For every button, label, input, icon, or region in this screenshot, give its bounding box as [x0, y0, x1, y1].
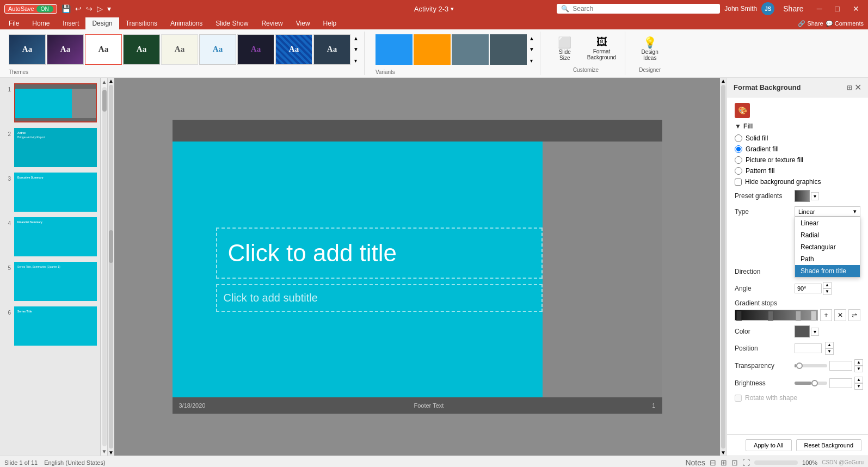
slide-img-3[interactable]: Executive Summary [14, 173, 97, 212]
angle-down-btn[interactable]: ▼ [823, 288, 832, 295]
tab-insert[interactable]: Insert [56, 17, 85, 29]
slide-size-button[interactable]: ⬜ SlideSize [551, 34, 578, 63]
share-ribbon-button[interactable]: 🔗 Share [798, 20, 823, 27]
minimize-button[interactable]: ─ [812, 3, 827, 14]
zoom-slider[interactable] [754, 460, 798, 465]
tab-animations[interactable]: Animations [164, 17, 209, 29]
slide-subtitle-box[interactable]: Click to add subtitle [216, 284, 543, 312]
tab-help[interactable]: Help [317, 17, 343, 29]
tab-view[interactable]: View [290, 17, 317, 29]
search-bar[interactable]: 🔍 [557, 4, 720, 14]
file-name[interactable]: Activity 2-3 [414, 5, 449, 13]
slide-panel-scroll-up[interactable]: ▲ [101, 78, 108, 86]
picture-fill-option[interactable]: Picture or texture fill [735, 156, 860, 164]
preset-gradient-swatch[interactable] [795, 190, 810, 202]
preset-gradient-dropdown-btn[interactable]: ▾ [811, 192, 819, 200]
color-dropdown-btn[interactable]: ▾ [811, 328, 819, 336]
tab-review[interactable]: Review [255, 17, 289, 29]
slide-thumb-4[interactable]: 4 Financial Summary [2, 216, 98, 257]
rotate-with-shape-checkbox[interactable] [735, 395, 742, 402]
remove-gradient-stop-btn[interactable]: ✕ [834, 309, 846, 321]
gradient-fill-option[interactable]: Gradient fill [735, 145, 860, 153]
solid-fill-option[interactable]: Solid fill [735, 134, 860, 142]
slide-title-box[interactable]: Click to add title [216, 228, 543, 279]
theme-9[interactable]: Aa [313, 34, 350, 65]
slide-panel-scroll-down[interactable]: ▼ [101, 447, 108, 456]
type-option-radial[interactable]: Radial [795, 229, 860, 241]
picture-fill-radio[interactable] [735, 156, 742, 164]
type-option-rectangular[interactable]: Rectangular [795, 241, 860, 253]
add-gradient-stop-btn[interactable]: + [820, 309, 832, 321]
gradient-stop-1[interactable] [736, 311, 742, 321]
slide-thumb-3[interactable]: 3 Executive Summary [2, 171, 98, 213]
gradient-fill-radio[interactable] [735, 145, 742, 153]
theme-5[interactable]: Aa [161, 34, 198, 65]
gradient-stop-2[interactable] [768, 311, 773, 321]
tab-slideshow[interactable]: Slide Show [209, 17, 255, 29]
gradient-stop-3[interactable] [796, 311, 801, 321]
panel-close-button[interactable]: ✕ [854, 82, 861, 93]
share-button[interactable]: Share [779, 3, 808, 14]
theme-3[interactable]: Aa [85, 34, 122, 65]
fullscreen-button[interactable]: ⛶ [742, 458, 750, 467]
canvas-scroll-right-down[interactable]: ▼ [721, 450, 726, 456]
format-bg-button[interactable]: 🖼 FormatBackground [583, 34, 620, 63]
slide-panel-scrollbar[interactable]: ▲ ▼ [101, 78, 107, 456]
position-down-btn[interactable]: ▼ [825, 348, 834, 355]
variant-4[interactable] [490, 34, 527, 65]
hide-bg-checkbox[interactable] [735, 179, 742, 186]
canvas-scroll-up[interactable]: ▲ [108, 78, 114, 84]
theme-7[interactable]: Aa [237, 34, 274, 65]
type-option-shade-from-title[interactable]: Shade from title [795, 265, 860, 277]
present-icon[interactable]: ▷ [97, 4, 103, 13]
canvas-right-scrollbar[interactable]: ▲ ▼ [720, 78, 727, 456]
position-up-btn[interactable]: ▲ [825, 342, 834, 348]
pattern-fill-radio[interactable] [735, 167, 742, 175]
solid-fill-radio[interactable] [735, 134, 742, 142]
type-option-path[interactable]: Path [795, 253, 860, 265]
canvas-scroll-right-up[interactable]: ▲ [721, 78, 726, 84]
user-name[interactable]: John Smith [724, 5, 757, 13]
customize-icon[interactable]: ▾ [107, 4, 111, 13]
angle-input[interactable] [795, 284, 822, 293]
variant-2[interactable] [414, 34, 451, 65]
autosave-toggle[interactable]: ON [36, 5, 53, 13]
slide-img-2[interactable]: Active Bridges Activity Report [14, 128, 97, 167]
themes-scroll-down[interactable]: ▼ [352, 45, 360, 53]
slide-thumb-1[interactable]: 1 [2, 82, 98, 124]
transparency-slider[interactable] [795, 364, 827, 367]
avatar[interactable]: JS [761, 2, 774, 15]
color-swatch[interactable] [795, 325, 810, 337]
brightness-input[interactable]: 2% [829, 378, 852, 388]
slide-thumb-2[interactable]: 2 Active Bridges Activity Report [2, 127, 98, 168]
type-dropdown-button[interactable]: Linear ▾ [795, 206, 860, 217]
tab-transitions[interactable]: Transitions [119, 17, 164, 29]
apply-to-all-button[interactable]: Apply to All [746, 439, 791, 451]
theme-4[interactable]: Aa [123, 34, 160, 65]
brightness-down-btn[interactable]: ▼ [854, 383, 863, 390]
slide-img-1[interactable] [14, 83, 97, 122]
variants-expand[interactable]: ▾ [528, 57, 535, 65]
theme-6[interactable]: Aa [199, 34, 236, 65]
transparency-up-btn[interactable]: ▲ [854, 359, 863, 366]
brightness-slider[interactable] [795, 382, 827, 385]
theme-1[interactable]: Aa [9, 34, 46, 65]
restore-button[interactable]: □ [831, 3, 844, 14]
variant-3[interactable] [452, 34, 489, 65]
variants-scroll-down[interactable]: ▼ [528, 45, 535, 53]
brightness-up-btn[interactable]: ▲ [854, 377, 863, 383]
slide-thumb-6[interactable]: 6 Series Title [2, 305, 98, 347]
notes-button[interactable]: Notes [685, 458, 705, 467]
reading-view-button[interactable]: ⊡ [731, 458, 738, 467]
gradient-stop-4[interactable] [811, 311, 816, 321]
theme-8[interactable]: Aa [275, 34, 312, 65]
themes-scroll-up[interactable]: ▲ [352, 34, 360, 42]
themes-expand[interactable]: ▾ [352, 57, 360, 65]
slide-img-6[interactable]: Series Title [14, 306, 97, 346]
comments-button[interactable]: 💬 Comments [826, 20, 864, 27]
canvas-scroll-down[interactable]: ▼ [108, 450, 114, 456]
slide-img-5[interactable]: Series Title, Summaries (Quarter 1) [14, 262, 97, 301]
angle-up-btn[interactable]: ▲ [823, 282, 832, 288]
theme-2[interactable]: Aa [47, 34, 84, 65]
normal-view-button[interactable]: ⊟ [710, 458, 716, 467]
